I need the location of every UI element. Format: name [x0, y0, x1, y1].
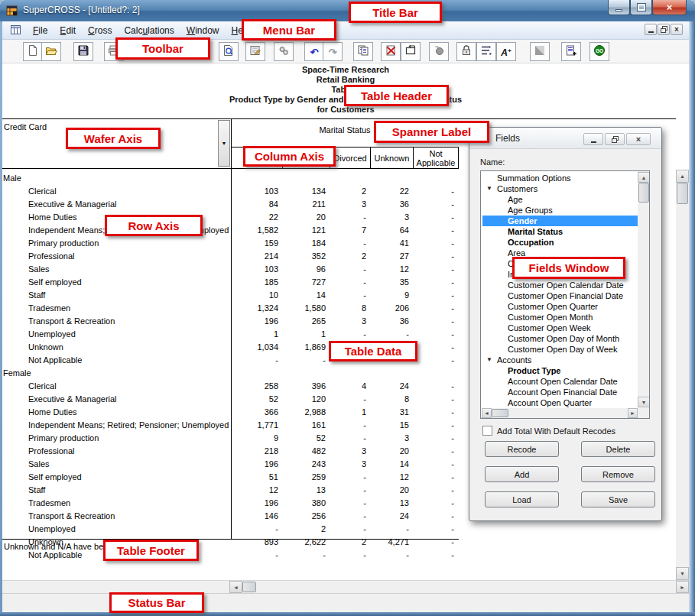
fields-list-item[interactable]: Customers: [497, 183, 537, 194]
scroll-left-button[interactable]: ◄: [229, 581, 242, 593]
recode-button[interactable]: Recode: [485, 441, 559, 457]
add-button[interactable]: Add: [485, 466, 559, 482]
expander-icon[interactable]: ▼: [486, 356, 492, 363]
fields-list-item[interactable]: Customer Open Month: [508, 312, 593, 323]
toolbar-copy-button[interactable]: [353, 42, 373, 61]
toolbar-go-button[interactable]: GO: [589, 42, 609, 61]
close-button[interactable]: ×: [652, 0, 687, 15]
table-row: Tradesmen196380-13-: [3, 497, 459, 510]
window-border-bottom: [0, 612, 695, 616]
fields-list-item[interactable]: Customer Open Day of Month: [508, 333, 619, 344]
toolbar-derivations-button[interactable]: [274, 42, 294, 61]
table-cell: 1: [330, 407, 371, 417]
fields-scroll-up-button[interactable]: ▲: [638, 172, 650, 183]
fields-restore-button[interactable]: [605, 133, 625, 145]
toolbar-font-larger-button[interactable]: A+: [496, 42, 516, 61]
fields-list-item[interactable]: Customer Open Financial Date: [508, 290, 623, 301]
fields-list-item[interactable]: Age: [508, 194, 523, 205]
child-close-button[interactable]: ×: [671, 24, 683, 35]
child-minimize-button[interactable]: [645, 24, 657, 35]
table-cell: 1,582: [231, 225, 283, 235]
maximize-icon: [638, 4, 645, 11]
table-cell: -: [371, 329, 414, 339]
fields-name-label: Name:: [480, 157, 505, 167]
title-bar: SuperCROSS - [Untitled?: 2] ×: [0, 0, 695, 21]
table-cell: -: [330, 511, 371, 520]
fields-vscroll-thumb[interactable]: [638, 183, 649, 203]
toolbar-open-button[interactable]: [41, 42, 61, 61]
fields-list-item[interactable]: Customer Open Week: [508, 323, 591, 333]
table-cell: 352: [283, 251, 330, 261]
arrow-down-icon: ▼: [641, 400, 647, 405]
fields-list-item[interactable]: Gender: [482, 216, 638, 226]
toolbar-annotate-button[interactable]: [245, 42, 265, 61]
menu-item-calculations[interactable]: Calculations: [118, 24, 180, 37]
fields-close-button[interactable]: ×: [626, 133, 651, 145]
fields-list-item[interactable]: Age Groups: [508, 205, 553, 216]
horizontal-scrollbar[interactable]: ◄ ►: [2, 580, 689, 593]
table-cell: 2: [330, 537, 371, 546]
toolbar-undo-button[interactable]: ↶: [304, 42, 324, 61]
fields-list-item[interactable]: Account Open Calendar Date: [508, 376, 618, 387]
fields-list-item[interactable]: Account Open Quarter: [508, 397, 592, 408]
toolbar-transpose-button[interactable]: [401, 42, 421, 61]
row-label: Clerical: [28, 186, 57, 196]
delete-button[interactable]: Delete: [581, 441, 655, 457]
table-group-row: Male: [3, 172, 459, 185]
table-cell: -: [330, 212, 371, 222]
horizontal-scroll-thumb[interactable]: [242, 582, 256, 592]
toolbar-fill-button[interactable]: [530, 42, 550, 61]
fields-list-item[interactable]: Customer Open Calendar Date: [508, 280, 624, 290]
fields-list-item[interactable]: Marital Status: [508, 226, 563, 237]
fields-scroll-right-button[interactable]: ►: [628, 408, 638, 418]
scroll-right-button[interactable]: ►: [676, 581, 689, 593]
fields-list-item[interactable]: Account Open Financial Date: [508, 387, 617, 397]
fields-vscrollbar[interactable]: ▲ ▼: [638, 171, 650, 408]
add-total-checkbox[interactable]: [482, 426, 492, 436]
toolbar-save-button[interactable]: [73, 42, 93, 61]
table-cell: 20: [371, 446, 414, 456]
minimize-button[interactable]: [608, 0, 630, 15]
menu-item-edit[interactable]: Edit: [54, 24, 82, 37]
remove-button[interactable]: Remove: [581, 466, 655, 482]
fields-list[interactable]: Summation OptionsCustomers▼AgeAge Groups…: [480, 170, 650, 419]
vertical-scrollbar[interactable]: ▲ ▼: [676, 170, 689, 580]
fields-list-item[interactable]: Customer Open Quarter: [508, 301, 598, 312]
save-button[interactable]: Save: [581, 491, 655, 507]
menu-item-file[interactable]: File: [27, 24, 54, 37]
fields-scroll-left-button[interactable]: ◄: [482, 408, 492, 418]
fields-list-item[interactable]: Occupation: [508, 237, 554, 248]
scroll-down-button[interactable]: ▼: [676, 567, 689, 580]
menu-item-cross[interactable]: Cross: [82, 24, 118, 37]
toolbar-pause-button[interactable]: [429, 42, 449, 61]
toolbar-add-table-button[interactable]: [561, 42, 581, 61]
mdi-child-icon[interactable]: [10, 24, 22, 39]
toolbar-redo-button[interactable]: ↷: [323, 42, 343, 61]
fields-hscrollbar[interactable]: ◄ ►: [482, 408, 638, 418]
fields-window: Fields × Name: Summation OptionsCustomer…: [469, 127, 662, 521]
fields-minimize-button[interactable]: [583, 133, 603, 145]
table-header-line: Space-Time Research: [2, 65, 689, 75]
fields-scroll-down-button[interactable]: ▼: [638, 397, 650, 407]
toolbar-lock-button[interactable]: [456, 42, 476, 61]
child-restore-button[interactable]: [658, 24, 670, 35]
fields-list-item[interactable]: Product Type: [508, 365, 560, 376]
maximize-button[interactable]: [630, 0, 652, 15]
toolbar-preview-button[interactable]: [219, 42, 239, 61]
table-cell: -: [414, 342, 459, 352]
toolbar-recode-button[interactable]: [476, 42, 496, 61]
table-cell: -: [330, 329, 371, 339]
fields-list-item[interactable]: Accounts: [497, 355, 531, 365]
table-cell: -: [414, 251, 459, 261]
load-button[interactable]: Load: [485, 491, 559, 507]
expander-icon[interactable]: ▼: [486, 185, 492, 192]
vertical-scroll-thumb[interactable]: [677, 183, 688, 204]
scroll-up-button[interactable]: ▲: [676, 170, 689, 183]
fields-hscroll-thumb[interactable]: [492, 409, 508, 417]
fields-list-item[interactable]: Summation Options: [497, 173, 571, 183]
toolbar-delete-table-button[interactable]: [381, 42, 401, 61]
fields-list-item[interactable]: Customer Open Day of Week: [508, 344, 617, 355]
menu-item-window[interactable]: Window: [180, 24, 226, 37]
toolbar-new-button[interactable]: [23, 42, 43, 61]
wafer-dropdown-button[interactable]: ▼: [218, 120, 230, 167]
